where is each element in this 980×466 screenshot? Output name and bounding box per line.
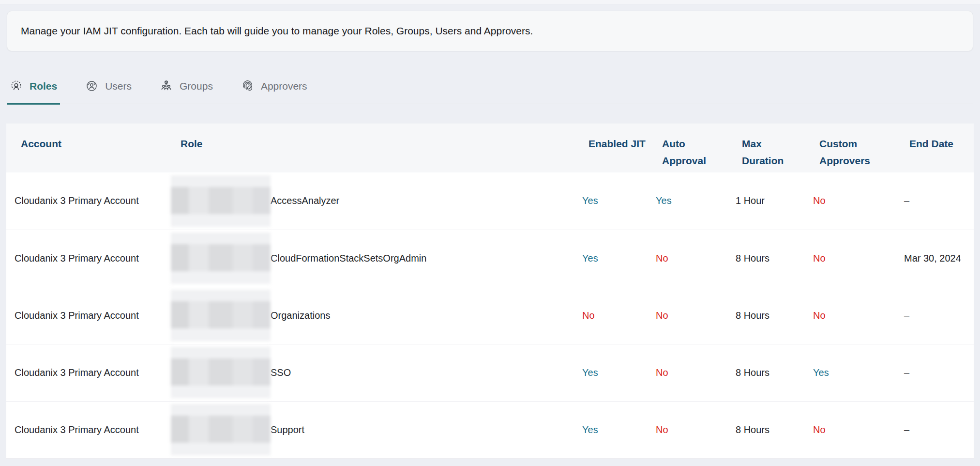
table-row[interactable]: Cloudanix 3 Primary Account SSO Yes No 8… xyxy=(6,344,974,401)
tab-roles[interactable]: Roles xyxy=(7,73,60,105)
account-name: Cloudanix 3 Primary Account xyxy=(15,424,139,435)
max-duration-value: 1 Hour xyxy=(730,172,807,230)
account-cell: Cloudanix 3 Primary Account xyxy=(6,172,166,230)
max-duration-value: 8 Hours xyxy=(730,287,807,344)
enabled-jit-value: Yes xyxy=(576,230,650,287)
account-cell: Cloudanix 3 Primary Account xyxy=(6,287,166,344)
column-header-role: Role xyxy=(166,124,576,172)
person-rays-icon xyxy=(10,79,23,93)
max-duration-value: 8 Hours xyxy=(730,344,807,401)
tab-users[interactable]: Users xyxy=(82,73,135,105)
column-header-auto-approval: Auto Approval xyxy=(650,124,730,172)
banner-text: Manage your IAM JIT configuration. Each … xyxy=(21,25,533,37)
table-row[interactable]: Cloudanix 3 Primary Account Organization… xyxy=(6,287,974,344)
role-name: Organizations xyxy=(271,310,330,321)
redacted-role-arn-blur xyxy=(171,175,271,227)
auto-approval-value: No xyxy=(650,230,730,287)
max-duration-value: 8 Hours xyxy=(730,230,807,287)
end-date-value: – xyxy=(897,172,974,230)
table-header-row: Account Role Enabled JIT Auto Approval M… xyxy=(6,124,974,172)
tab-approvers[interactable]: Approvers xyxy=(238,73,310,105)
user-circle-icon xyxy=(85,79,98,93)
tab-groups[interactable]: Groups xyxy=(157,73,216,105)
custom-approvers-value: No xyxy=(807,287,897,344)
tab-label: Roles xyxy=(30,80,57,92)
auto-approval-value: Yes xyxy=(650,172,730,230)
account-cell: Cloudanix 3 Primary Account xyxy=(6,344,166,401)
account-name: Cloudanix 3 Primary Account xyxy=(15,310,139,321)
table-row[interactable]: Cloudanix 3 Primary Account AccessAnalyz… xyxy=(6,172,974,230)
enabled-jit-value: Yes xyxy=(576,172,650,230)
custom-approvers-value: No xyxy=(807,401,897,458)
people-globe-icon xyxy=(160,79,173,93)
role-name: SSO xyxy=(271,367,291,378)
max-duration-value: 8 Hours xyxy=(730,401,807,458)
auto-approval-value: No xyxy=(650,344,730,401)
role-cell: AccessAnalyzer xyxy=(166,172,576,230)
account-name: Cloudanix 3 Primary Account xyxy=(15,367,139,378)
column-header-account: Account xyxy=(6,124,166,172)
role-name: Support xyxy=(271,424,304,435)
redacted-role-arn-blur xyxy=(171,347,271,398)
end-date-value: Mar 30, 2024 xyxy=(897,230,974,287)
column-header-max-duration: Max Duration xyxy=(730,124,807,172)
redacted-role-arn-blur xyxy=(171,404,271,455)
enabled-jit-value: Yes xyxy=(576,401,650,458)
account-cell: Cloudanix 3 Primary Account xyxy=(6,401,166,458)
account-name: Cloudanix 3 Primary Account xyxy=(15,195,139,206)
tab-label: Users xyxy=(105,80,132,92)
table-row[interactable]: Cloudanix 3 Primary Account Support Yes … xyxy=(6,401,974,458)
table-row[interactable]: Cloudanix 3 Primary Account CloudFormati… xyxy=(6,230,974,287)
role-name: AccessAnalyzer xyxy=(271,195,339,206)
role-name: CloudFormationStackSetsOrgAdmin xyxy=(271,253,426,264)
auto-approval-value: No xyxy=(650,401,730,458)
tab-label: Groups xyxy=(180,80,213,92)
custom-approvers-value: No xyxy=(807,172,897,230)
custom-approvers-value: No xyxy=(807,230,897,287)
enabled-jit-value: Yes xyxy=(576,344,650,401)
account-cell: Cloudanix 3 Primary Account xyxy=(6,230,166,287)
column-header-custom-approvers: Custom Approvers xyxy=(807,124,897,172)
tab-label: Approvers xyxy=(261,80,307,92)
custom-approvers-value: Yes xyxy=(807,344,897,401)
info-banner: Manage your IAM JIT configuration. Each … xyxy=(7,11,973,51)
column-header-enabled-jit: Enabled JIT xyxy=(576,124,650,172)
role-cell: Organizations xyxy=(166,287,576,344)
end-date-value: – xyxy=(897,401,974,458)
role-cell: Support xyxy=(166,401,576,458)
column-header-end-date: End Date xyxy=(897,124,974,172)
auto-approval-value: No xyxy=(650,287,730,344)
end-date-value: – xyxy=(897,344,974,401)
enabled-jit-value: No xyxy=(576,287,650,344)
account-name: Cloudanix 3 Primary Account xyxy=(15,253,139,264)
end-date-value: – xyxy=(897,287,974,344)
top-strip xyxy=(0,0,980,4)
role-cell: SSO xyxy=(166,344,576,401)
role-cell: CloudFormationStackSetsOrgAdmin xyxy=(166,230,576,287)
redacted-role-arn-blur xyxy=(171,290,271,341)
roles-table: Account Role Enabled JIT Auto Approval M… xyxy=(6,124,974,459)
redacted-role-arn-blur xyxy=(171,233,271,284)
fingerprint-check-icon xyxy=(241,79,254,93)
tab-bar: Roles Users xyxy=(7,73,973,104)
